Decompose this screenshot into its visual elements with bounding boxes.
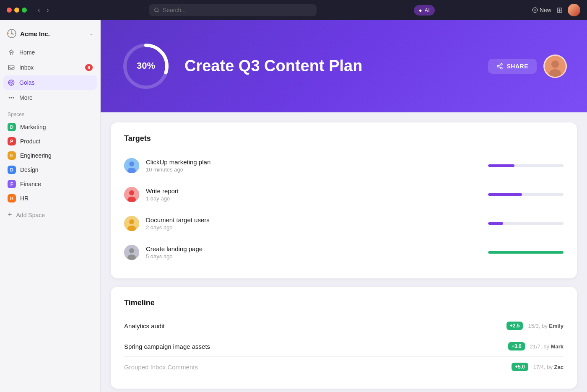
sidebar-item-marketing[interactable]: D Marketing [3, 120, 97, 134]
progress-bar [488, 164, 564, 167]
svg-point-14 [501, 63, 502, 65]
progress-bar [488, 251, 564, 254]
table-row[interactable]: Document target users 2 days ago [124, 209, 564, 238]
sidebar-item-inbox[interactable]: Inbox 9 [3, 60, 97, 75]
workspace-header[interactable]: Acme Inc. ⌄ [0, 25, 100, 45]
goals-icon [8, 79, 15, 86]
search-bar[interactable] [149, 4, 317, 16]
target-info: Create landing page 5 days ago [146, 245, 481, 260]
share-button[interactable]: SHARE [488, 59, 537, 74]
finance-label: Finance [20, 181, 41, 187]
share-icon [496, 63, 503, 70]
more-label: More [19, 94, 33, 101]
svg-point-3 [11, 33, 13, 34]
workspace-chevron-icon: ⌄ [89, 31, 94, 36]
sidebar-item-design[interactable]: D Design [3, 163, 97, 177]
user-avatar[interactable] [568, 4, 580, 16]
product-space-icon: P [8, 137, 16, 145]
sidebar-item-finance[interactable]: F Finance [3, 177, 97, 191]
timeline-author: Emily [549, 323, 564, 329]
window-controls [7, 8, 27, 13]
svg-point-21 [129, 161, 134, 166]
workspace-name: Acme Inc. [20, 30, 50, 37]
target-time: 2 days ago [146, 224, 481, 231]
avatar [124, 245, 139, 260]
inbox-icon [8, 64, 15, 71]
sidebar-item-hr[interactable]: H HR [3, 191, 97, 205]
timeline-badge: +5.0 [512, 363, 528, 371]
sidebar-item-home[interactable]: Home [3, 45, 97, 60]
search-input[interactable] [163, 7, 312, 13]
progress-bar [488, 222, 564, 225]
avatar [124, 216, 139, 231]
svg-point-0 [154, 8, 158, 12]
progress-bar [488, 193, 564, 196]
timeline-item-name: Spring campaign image assets [124, 343, 503, 350]
timeline-meta: 17/4, by Zac [533, 364, 564, 370]
spaces-section-label: Spaces [0, 105, 100, 120]
target-time: 10 minutes ago [146, 166, 481, 173]
close-button[interactable] [7, 8, 12, 13]
search-icon [154, 7, 159, 13]
target-time: 1 day ago [146, 195, 481, 202]
sidebar-item-goals[interactable]: Golas [3, 75, 97, 90]
title-right-actions: New ⊞ [532, 4, 580, 16]
forward-button[interactable]: › [44, 5, 51, 15]
add-space-button[interactable]: + Add Space [3, 207, 97, 223]
svg-point-9 [11, 97, 12, 98]
inbox-label: Inbox [19, 64, 34, 71]
list-item[interactable]: Analytics audit +2.5 15/3, by Emily [124, 316, 564, 336]
minimize-button[interactable] [14, 8, 19, 13]
sidebar-item-more[interactable]: More [3, 91, 97, 105]
timeline-badge: +2.5 [506, 322, 523, 330]
list-item[interactable]: Grouped Inbox Comments +5.0 17/4, by Zac [124, 357, 564, 377]
nav-arrows: ‹ › [35, 5, 52, 15]
avatar [124, 158, 139, 173]
svg-point-6 [10, 81, 13, 84]
list-item[interactable]: Spring campaign image assets +3.0 21/7, … [124, 336, 564, 357]
ai-icon: ● [419, 7, 422, 13]
inbox-badge: 9 [85, 64, 93, 71]
maximize-button[interactable] [22, 8, 27, 13]
target-info: ClickUp marketing plan 10 minutes ago [146, 158, 481, 173]
progress-fill [488, 251, 564, 254]
engineering-label: Engineering [20, 152, 52, 159]
table-row[interactable]: ClickUp marketing plan 10 minutes ago [124, 151, 564, 180]
target-name: Create landing page [146, 245, 481, 252]
targets-card: Targets ClickUp marketing plan 10 minute… [111, 122, 577, 278]
timeline-title: Timeline [124, 299, 564, 307]
target-name: Write report [146, 187, 481, 195]
target-info: Document target users 2 days ago [146, 216, 481, 231]
progress-fill [488, 193, 522, 196]
back-button[interactable]: ‹ [35, 5, 42, 15]
timeline-badge: +3.0 [508, 342, 525, 350]
target-info: Write report 1 day ago [146, 187, 481, 202]
timeline-item-name: Grouped Inbox Comments [124, 363, 506, 371]
svg-point-18 [551, 60, 559, 68]
table-row[interactable]: Write report 1 day ago [124, 180, 564, 209]
target-time: 5 days ago [146, 253, 481, 260]
hero-user-avatar[interactable] [543, 55, 567, 78]
targets-title: Targets [124, 134, 564, 143]
progress-fill [488, 164, 514, 167]
content-area: 30% Create Q3 Content Plan SHARE [101, 20, 587, 392]
svg-point-27 [129, 219, 134, 224]
table-row[interactable]: Create landing page 5 days ago [124, 238, 564, 267]
ai-button[interactable]: ● AI [414, 5, 435, 16]
svg-point-10 [13, 97, 14, 98]
engineering-space-icon: E [8, 151, 16, 160]
main-layout: Acme Inc. ⌄ Home Inbox 9 [0, 20, 587, 392]
progress-fill [488, 222, 503, 225]
sidebar-item-engineering[interactable]: E Engineering [3, 148, 97, 163]
timeline-author: Mark [551, 343, 564, 350]
share-label: SHARE [506, 63, 528, 70]
goal-hero: 30% Create Q3 Content Plan SHARE [101, 20, 587, 112]
new-button[interactable]: New [532, 7, 551, 13]
target-name: Document target users [146, 216, 481, 223]
grid-icon[interactable]: ⊞ [556, 5, 563, 15]
home-icon [8, 49, 15, 56]
sidebar-item-product[interactable]: P Product [3, 134, 97, 148]
timeline-item-name: Analytics audit [124, 322, 501, 330]
target-name: ClickUp marketing plan [146, 158, 481, 166]
plus-icon [532, 7, 538, 13]
